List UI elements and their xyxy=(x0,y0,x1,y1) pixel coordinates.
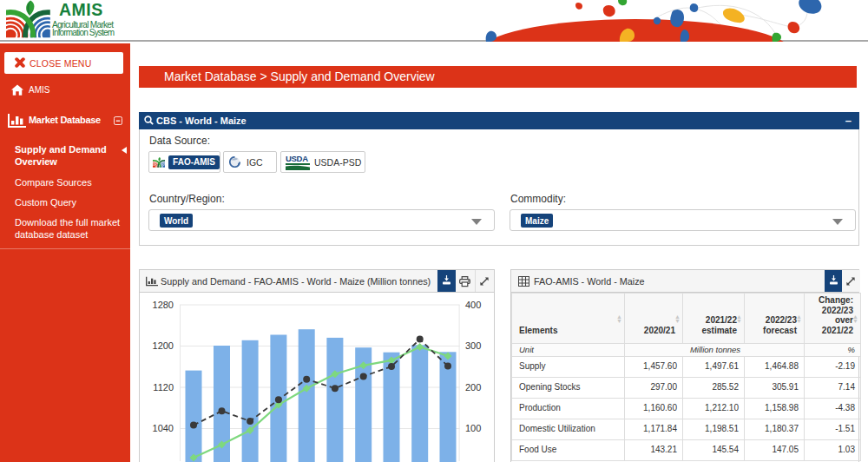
svg-text:1120: 1120 xyxy=(153,382,174,393)
svg-text:1200: 1200 xyxy=(153,340,174,351)
svg-text:300: 300 xyxy=(465,340,481,351)
svg-text:1040: 1040 xyxy=(153,423,174,433)
svg-text:200: 200 xyxy=(465,382,481,393)
svg-text:Information System: Information System xyxy=(52,28,115,37)
svg-text:USDA: USDA xyxy=(286,155,308,163)
svg-text:AMIS: AMIS xyxy=(59,0,103,19)
svg-text:1280: 1280 xyxy=(153,300,174,310)
svg-text:400: 400 xyxy=(465,300,481,310)
svg-text:100: 100 xyxy=(465,423,481,433)
